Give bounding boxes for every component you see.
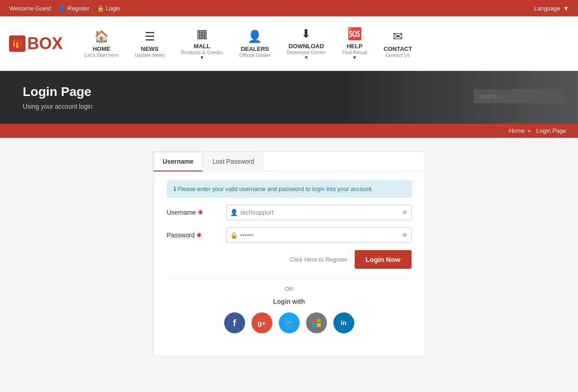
top-bar-left: Welcome Guest 👤 Register 🔒 Login [9, 5, 120, 12]
nav-dealers-label: DEALERS [241, 45, 269, 52]
nav-download-label: DOWNLOAD [288, 43, 324, 50]
logo-text: BOX [27, 34, 63, 53]
nav-mall[interactable]: ▦ MALL Products & Credits ▼ [173, 27, 231, 60]
facebook-login-button[interactable]: f [224, 312, 245, 333]
login-tabs: Username Lost Password [153, 152, 425, 171]
banner: Login Page Using your account login [0, 71, 578, 124]
contact-icon: ✉ [393, 30, 403, 44]
google-login-button[interactable]: g+ [251, 312, 272, 333]
home-icon: 🏠 [94, 30, 109, 44]
register-icon: 👤 [58, 5, 65, 12]
linkedin-icon: in [341, 319, 346, 327]
nav-news-sublabel: Update News [135, 52, 165, 58]
username-row: Username ✱ 👤 ✱ [167, 205, 412, 220]
nav-help[interactable]: 🆘 HELP Find Result ▼ [334, 27, 376, 60]
chevron-down-icon: ▼ [563, 5, 569, 12]
breadcrumb-separator: » [528, 127, 531, 134]
login-link[interactable]: 🔒 Login [97, 5, 121, 12]
nav-mall-label: MALL [194, 43, 210, 50]
page-subtitle: Using your account login [23, 103, 92, 110]
windows-login-button[interactable] [306, 312, 327, 333]
logo-icon: 🎁 [9, 35, 25, 52]
username-input-wrapper: 👤 ✱ [226, 205, 412, 220]
welcome-text: Welcome Guest [9, 5, 51, 12]
news-icon: ☰ [145, 30, 155, 44]
lock-icon: 🔒 [97, 5, 104, 12]
help-chevron: ▼ [352, 55, 357, 60]
linkedin-login-button[interactable]: in [333, 312, 354, 333]
nav-contact[interactable]: ✉ CONTACT Contact Us [376, 30, 421, 58]
nav-home[interactable]: 🏠 HOME Let's Start here [76, 30, 126, 58]
user-icon: 👤 [230, 209, 238, 216]
search-input[interactable] [473, 89, 564, 103]
main-nav: 🏠 HOME Let's Start here ☰ NEWS Update Ne… [76, 27, 569, 60]
login-box: Username Lost Password ℹ Please enter yo… [153, 151, 426, 357]
nav-news[interactable]: ☰ NEWS Update News [126, 30, 173, 58]
facebook-icon: f [233, 318, 236, 328]
download-icon: ⬇ [301, 27, 311, 41]
twitter-icon: 🐦 [284, 318, 294, 328]
breadcrumb: Home » Login Page [0, 124, 578, 138]
login-form: ℹ Please enter your valid username and p… [153, 171, 425, 356]
nav-contact-label: CONTACT [384, 45, 412, 52]
username-label: Username ✱ [167, 209, 226, 216]
username-asterisk-icon: ✱ [402, 209, 407, 216]
mall-icon: ▦ [196, 27, 208, 41]
nav-mall-sublabel: Products & Credits [181, 50, 223, 55]
login-with-label: Login with [167, 298, 412, 305]
or-divider: OR [167, 278, 412, 292]
form-actions: Click Here to Register Login Now [167, 250, 412, 269]
banner-search [473, 89, 564, 103]
username-required: ✱ [198, 209, 203, 216]
logo[interactable]: 🎁 BOX [9, 34, 63, 53]
help-icon: 🆘 [347, 27, 362, 41]
header: 🎁 BOX 🏠 HOME Let's Start here ☰ NEWS Upd… [0, 16, 578, 71]
lock-field-icon: 🔒 [230, 231, 238, 239]
password-input[interactable] [238, 228, 402, 242]
nav-dealers[interactable]: 👤 DEALERS Official Dealer [231, 30, 279, 58]
username-input[interactable] [238, 205, 402, 220]
page-title: Login Page [23, 85, 92, 99]
banner-text: Login Page Using your account login [23, 85, 92, 110]
nav-download[interactable]: ⬇ DOWNLOAD Download Center ▼ [279, 27, 334, 60]
language-selector[interactable]: Language ▼ [534, 5, 569, 12]
mall-chevron: ▼ [200, 55, 204, 60]
nav-dealers-sublabel: Official Dealer [239, 52, 271, 58]
info-icon: ℹ [174, 186, 176, 192]
nav-contact-sublabel: Contact Us [386, 52, 410, 58]
login-button[interactable]: Login Now [355, 250, 412, 269]
info-message: ℹ Please enter your valid username and p… [167, 181, 412, 197]
nav-news-label: NEWS [141, 45, 159, 52]
google-icon: g+ [258, 319, 266, 327]
register-link[interactable]: 👤 Register [58, 5, 89, 12]
tab-username[interactable]: Username [153, 152, 203, 171]
password-label: Password ✱ [167, 231, 226, 239]
top-bar: Welcome Guest 👤 Register 🔒 Login Languag… [0, 0, 578, 16]
nav-home-sublabel: Let's Start here [85, 52, 118, 58]
main-content: Username Lost Password ℹ Please enter yo… [0, 138, 578, 370]
nav-help-label: HELP [347, 43, 362, 50]
nav-help-sublabel: Find Result [342, 50, 367, 55]
breadcrumb-current: Login Page [536, 127, 566, 134]
windows-icon [312, 319, 321, 327]
tab-lost-password[interactable]: Lost Password [203, 152, 264, 171]
password-required: ✱ [196, 231, 202, 239]
nav-download-sublabel: Download Center [287, 50, 326, 55]
nav-home-label: HOME [93, 45, 111, 52]
twitter-login-button[interactable]: 🐦 [279, 312, 300, 333]
register-here-link[interactable]: Click Here to Register [290, 256, 347, 263]
password-asterisk-icon: ✱ [402, 231, 407, 239]
download-chevron: ▼ [304, 55, 308, 60]
breadcrumb-home[interactable]: Home [509, 127, 525, 134]
password-input-wrapper: 🔒 ✱ [226, 227, 412, 243]
social-icons: f g+ 🐦 in [167, 312, 412, 347]
password-row: Password ✱ 🔒 ✱ [167, 227, 412, 243]
dealers-icon: 👤 [247, 30, 262, 44]
